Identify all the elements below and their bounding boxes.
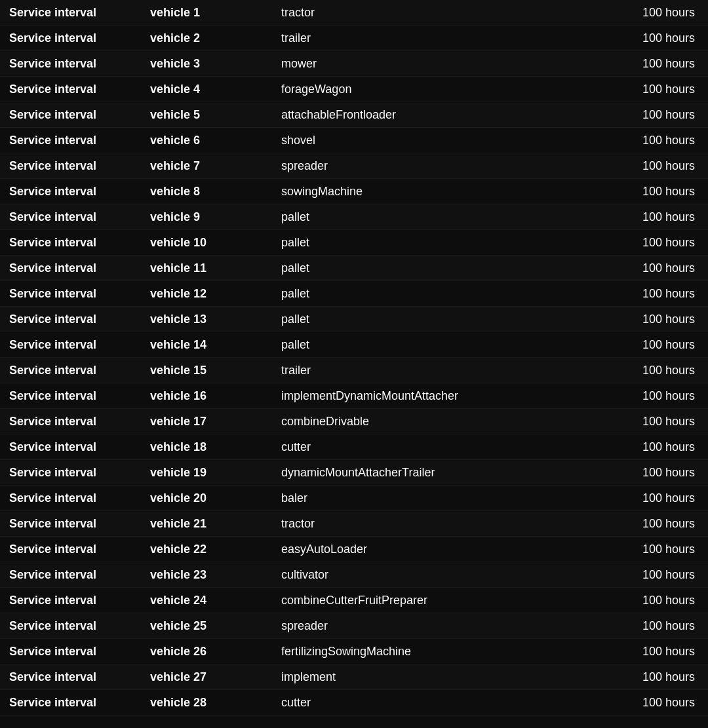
vehicle-type: attachableFrontloader [272,103,590,127]
service-value: 100 hours [590,52,708,76]
service-value: 100 hours [590,512,708,536]
service-value: 100 hours [590,333,708,357]
service-interval-label: Service interval [0,26,141,50]
service-value: 100 hours [590,256,708,280]
table-row: Service interval vehicle 17 combineDriva… [0,409,708,434]
vehicle-name: vehicle 9 [141,205,272,229]
vehicle-type: tractor [272,1,590,25]
table-row: Service interval vehicle 16 implementDyn… [0,383,708,409]
service-interval-label: Service interval [0,205,141,229]
service-interval-label: Service interval [0,614,141,638]
vehicle-type: sowingMachine [272,180,590,204]
vehicle-name: vehicle 6 [141,128,272,153]
table-row: Service interval vehicle 14 pallet 100 h… [0,332,708,358]
table-row: Service interval vehicle 9 pallet 100 ho… [0,204,708,230]
service-interval-label: Service interval [0,665,141,689]
vehicle-name: vehicle 21 [141,512,272,536]
service-value: 100 hours [590,410,708,434]
service-value: 100 hours [590,537,708,562]
service-interval-label: Service interval [0,180,141,204]
vehicle-type: trailer [272,358,590,383]
vehicle-type: implementDynamicMountAttacher [272,384,590,408]
service-value: 100 hours [590,665,708,689]
service-value: 100 hours [590,588,708,613]
vehicle-type: pallet [272,333,590,357]
service-interval-label: Service interval [0,256,141,280]
service-interval-label: Service interval [0,512,141,536]
vehicle-type: spreader [272,614,590,638]
vehicle-name: vehicle 18 [141,435,272,459]
vehicle-type: cutter [272,691,590,715]
table-row: Service interval vehicle 24 combineCutte… [0,588,708,613]
table-row: Service interval vehicle 23 cultivator 1… [0,562,708,588]
service-value: 100 hours [590,128,708,153]
table-row: Service interval vehicle 27 implement 10… [0,664,708,690]
service-interval-label: Service interval [0,588,141,613]
table-row: Service interval vehicle 5 attachableFro… [0,102,708,128]
service-value: 100 hours [590,231,708,255]
table-row: Service interval vehicle 12 pallet 100 h… [0,281,708,307]
vehicle-name: vehicle 4 [141,77,272,102]
vehicle-type: cultivator [272,563,590,587]
service-interval-table: Service interval vehicle 1 tractor 100 h… [0,0,708,716]
service-interval-label: Service interval [0,384,141,408]
service-interval-label: Service interval [0,410,141,434]
vehicle-name: vehicle 10 [141,231,272,255]
vehicle-type: pallet [272,256,590,280]
vehicle-type: pallet [272,205,590,229]
service-interval-label: Service interval [0,486,141,510]
vehicle-name: vehicle 5 [141,103,272,127]
vehicle-type: forageWagon [272,77,590,102]
service-value: 100 hours [590,563,708,587]
service-value: 100 hours [590,358,708,383]
service-interval-label: Service interval [0,563,141,587]
service-value: 100 hours [590,1,708,25]
table-row: Service interval vehicle 13 pallet 100 h… [0,307,708,332]
table-row: Service interval vehicle 3 mower 100 hou… [0,51,708,77]
vehicle-name: vehicle 22 [141,537,272,562]
vehicle-name: vehicle 17 [141,410,272,434]
service-interval-label: Service interval [0,333,141,357]
vehicle-name: vehicle 11 [141,256,272,280]
vehicle-type: combineDrivable [272,410,590,434]
vehicle-type: combineCutterFruitPreparer [272,588,590,613]
vehicle-name: vehicle 16 [141,384,272,408]
table-row: Service interval vehicle 15 trailer 100 … [0,358,708,383]
vehicle-name: vehicle 19 [141,461,272,485]
vehicle-type: baler [272,486,590,510]
vehicle-type: pallet [272,231,590,255]
table-row: Service interval vehicle 2 trailer 100 h… [0,26,708,51]
vehicle-type: tractor [272,512,590,536]
service-interval-label: Service interval [0,691,141,715]
service-value: 100 hours [590,614,708,638]
vehicle-type: pallet [272,307,590,332]
vehicle-type: implement [272,665,590,689]
service-interval-label: Service interval [0,77,141,102]
vehicle-type: pallet [272,282,590,306]
vehicle-name: vehicle 14 [141,333,272,357]
table-row: Service interval vehicle 26 fertilizingS… [0,639,708,664]
vehicle-name: vehicle 25 [141,614,272,638]
vehicle-name: vehicle 8 [141,180,272,204]
vehicle-type: dynamicMountAttacherTrailer [272,461,590,485]
service-interval-label: Service interval [0,461,141,485]
service-value: 100 hours [590,205,708,229]
table-row: Service interval vehicle 1 tractor 100 h… [0,0,708,26]
service-value: 100 hours [590,640,708,664]
service-interval-label: Service interval [0,282,141,306]
service-interval-label: Service interval [0,537,141,562]
vehicle-name: vehicle 26 [141,640,272,664]
service-value: 100 hours [590,691,708,715]
table-row: Service interval vehicle 7 spreader 100 … [0,153,708,179]
service-value: 100 hours [590,103,708,127]
service-value: 100 hours [590,26,708,50]
vehicle-name: vehicle 28 [141,691,272,715]
table-row: Service interval vehicle 20 baler 100 ho… [0,486,708,511]
vehicle-name: vehicle 12 [141,282,272,306]
table-row: Service interval vehicle 10 pallet 100 h… [0,230,708,256]
service-interval-label: Service interval [0,307,141,332]
table-row: Service interval vehicle 18 cutter 100 h… [0,434,708,460]
service-value: 100 hours [590,154,708,178]
table-row: Service interval vehicle 25 spreader 100… [0,613,708,639]
vehicle-name: vehicle 2 [141,26,272,50]
